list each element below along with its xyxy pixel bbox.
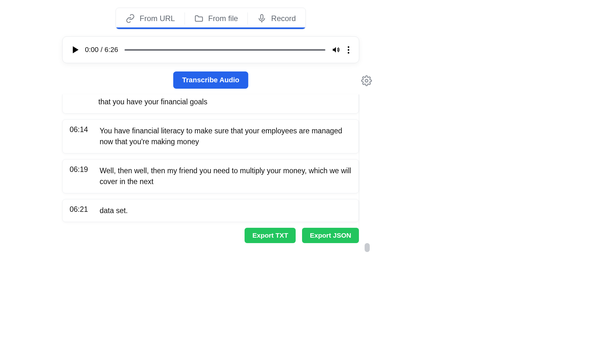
source-tab-group: From URL From file Record [116,8,306,29]
tab-active-indicator [116,27,305,29]
segment-timestamp: 06:19 [70,165,91,187]
player-more-button[interactable] [346,45,351,55]
svg-rect-0 [261,15,263,19]
scrollbar-thumb[interactable] [365,243,370,252]
app-container: From URL From file Record 0:00 / 6:26 Tr… [62,8,359,243]
segment-text: that you have your financial goals [98,96,352,108]
export-json-button[interactable]: Export JSON [302,228,359,243]
segment-timestamp: 06:21 [70,205,91,216]
play-button[interactable] [73,46,79,53]
transcript-segment[interactable]: that you have your financial goals [62,94,359,114]
export-row: Export TXT Export JSON [62,228,359,243]
volume-icon [332,46,340,54]
link-icon [125,14,135,23]
tab-from-file[interactable]: From file [185,8,247,29]
segment-timestamp: 06:14 [70,125,91,147]
source-tabs: From URL From file Record [62,8,359,29]
tab-record[interactable]: Record [247,8,305,29]
action-row: Transcribe Audio [62,71,359,90]
transcribe-button[interactable]: Transcribe Audio [173,71,248,89]
folder-icon [194,14,204,23]
volume-button[interactable] [332,46,340,54]
transcript-list: that you have your financial goals 06:14… [62,94,359,243]
playback-time: 0:00 / 6:26 [85,46,118,54]
gear-icon [361,75,372,86]
transcript-segment[interactable]: 06:21 data set. [62,199,359,222]
transcript-segment[interactable]: 06:19 Well, then well, then my friend yo… [62,159,359,193]
audio-player: 0:00 / 6:26 [62,36,359,63]
export-txt-button[interactable]: Export TXT [245,228,296,243]
tab-from-url-label: From URL [140,14,175,23]
microphone-icon [257,14,267,23]
segment-text: You have financial literacy to make sure… [100,125,352,147]
svg-point-1 [365,79,368,82]
segment-text: Well, then well, then my friend you need… [100,165,352,187]
segment-text: data set. [100,205,352,216]
seek-track[interactable] [125,49,325,51]
tab-from-url[interactable]: From URL [116,8,185,29]
transcript-segment[interactable]: 06:14 You have financial literacy to mak… [62,119,359,153]
tab-from-file-label: From file [208,14,238,23]
tab-record-label: Record [271,14,296,23]
settings-button[interactable] [361,75,372,87]
